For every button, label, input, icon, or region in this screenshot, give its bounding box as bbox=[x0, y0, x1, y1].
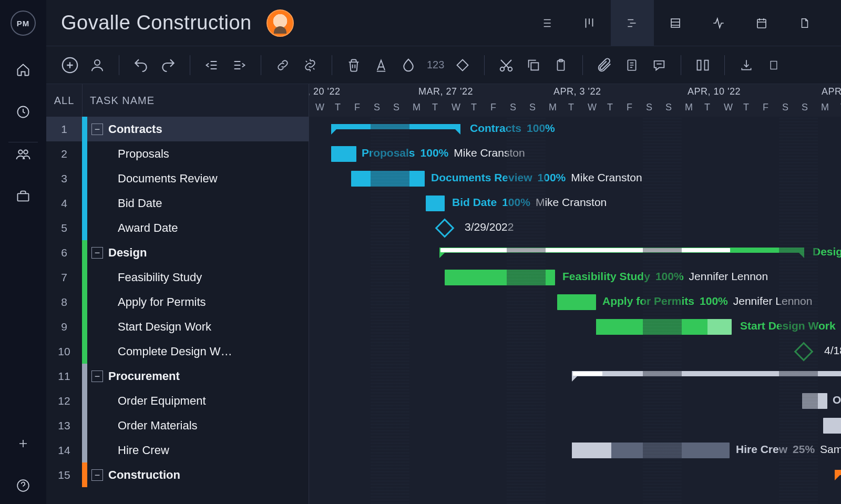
row-number: 12 bbox=[46, 395, 82, 407]
assign-icon[interactable] bbox=[86, 54, 108, 76]
attachment-icon[interactable] bbox=[593, 54, 616, 76]
day-label: T bbox=[335, 102, 341, 113]
color-icon[interactable] bbox=[397, 54, 419, 76]
briefcase-icon[interactable] bbox=[15, 188, 31, 204]
task-row[interactable]: 12Order Equipment bbox=[46, 388, 309, 413]
task-name: Order Equipment bbox=[87, 394, 309, 408]
unlink-icon[interactable] bbox=[299, 54, 321, 76]
gantt-task-bar[interactable] bbox=[331, 146, 356, 162]
view-list-icon[interactable] bbox=[525, 0, 568, 46]
day-label: T bbox=[607, 102, 613, 113]
task-name: Procurement bbox=[103, 369, 309, 383]
task-name: Bid Date bbox=[87, 197, 309, 210]
add-task-icon[interactable] bbox=[59, 54, 81, 76]
outdent-icon[interactable] bbox=[201, 54, 223, 76]
day-label: W bbox=[724, 102, 733, 113]
view-file-icon[interactable] bbox=[783, 0, 826, 46]
svg-rect-3 bbox=[18, 193, 29, 201]
cut-icon[interactable] bbox=[495, 54, 517, 76]
gantt-task-bar[interactable] bbox=[426, 196, 445, 211]
task-row[interactable]: 9Start Design Work bbox=[46, 314, 309, 339]
export-icon[interactable] bbox=[763, 54, 785, 76]
gantt-task-bar[interactable] bbox=[823, 418, 841, 434]
row-number: 4 bbox=[46, 197, 82, 210]
task-row[interactable]: 13Order Materials bbox=[46, 413, 309, 438]
import-icon[interactable] bbox=[735, 54, 757, 76]
task-row[interactable]: 7Feasibility Study bbox=[46, 265, 309, 290]
gantt-milestone[interactable] bbox=[435, 219, 455, 238]
undo-icon[interactable] bbox=[130, 54, 152, 76]
collapse-icon[interactable]: − bbox=[91, 469, 103, 481]
task-list: ALL TASK NAME 1−Contracts2Proposals3Docu… bbox=[46, 84, 309, 504]
gantt-bar-label: Order bbox=[833, 394, 841, 406]
task-row[interactable]: 8Apply for Permits bbox=[46, 290, 309, 314]
copy-icon[interactable] bbox=[522, 54, 545, 76]
task-name: Award Date bbox=[87, 221, 309, 235]
gantt-task-bar[interactable] bbox=[557, 294, 596, 310]
link-icon[interactable] bbox=[272, 54, 294, 76]
row-color-bar bbox=[82, 141, 87, 166]
add-icon[interactable] bbox=[15, 436, 31, 451]
day-label: F bbox=[490, 102, 496, 113]
row-color-bar bbox=[82, 265, 87, 290]
svg-rect-6 bbox=[757, 19, 766, 28]
columns-icon[interactable] bbox=[692, 54, 714, 76]
textstyle-icon[interactable] bbox=[370, 54, 392, 76]
home-icon[interactable] bbox=[15, 62, 31, 78]
day-label: M bbox=[549, 102, 557, 113]
gantt-chart[interactable]: , 20 '22MAR, 27 '22APR, 3 '22APR, 10 '22… bbox=[309, 84, 841, 504]
row-color-bar bbox=[82, 290, 87, 314]
day-label: F bbox=[627, 102, 632, 113]
row-number: 14 bbox=[46, 444, 82, 457]
day-label: T bbox=[432, 102, 438, 113]
svg-rect-16 bbox=[705, 60, 709, 70]
task-row[interactable]: 11−Procurement bbox=[46, 364, 309, 388]
task-row[interactable]: 15−Construction bbox=[46, 462, 309, 487]
column-all[interactable]: ALL bbox=[46, 95, 82, 107]
redo-icon[interactable] bbox=[157, 54, 179, 76]
gantt-summary-bar[interactable] bbox=[439, 248, 804, 253]
view-activity-icon[interactable] bbox=[697, 0, 740, 46]
clock-icon[interactable] bbox=[15, 104, 31, 120]
collapse-icon[interactable]: − bbox=[91, 371, 103, 382]
task-name: Complete Design W… bbox=[87, 345, 309, 358]
task-row[interactable]: 3Documents Review bbox=[46, 166, 309, 191]
day-label: S bbox=[510, 102, 516, 113]
task-row[interactable]: 14Hire Crew bbox=[46, 438, 309, 462]
delete-icon[interactable] bbox=[343, 54, 365, 76]
task-row[interactable]: 2Proposals bbox=[46, 141, 309, 166]
view-calendar-icon[interactable] bbox=[740, 0, 783, 46]
collapse-icon[interactable]: − bbox=[91, 124, 103, 135]
column-taskname[interactable]: TASK NAME bbox=[83, 95, 155, 107]
day-label: S bbox=[529, 102, 536, 113]
month-label: APR, 10 '22 bbox=[688, 86, 741, 97]
task-name: Proposals bbox=[87, 147, 309, 161]
people-icon[interactable] bbox=[15, 146, 31, 162]
row-number: 5 bbox=[46, 222, 82, 234]
month-label: , 20 '22 bbox=[309, 86, 340, 97]
view-gantt-icon[interactable] bbox=[611, 0, 654, 46]
row-number: 8 bbox=[46, 296, 82, 308]
day-label: S bbox=[393, 102, 399, 113]
gantt-summary-bar[interactable] bbox=[835, 470, 841, 475]
task-row[interactable]: 4Bid Date bbox=[46, 191, 309, 215]
collapse-icon[interactable]: − bbox=[91, 247, 103, 259]
logo[interactable]: PM bbox=[11, 11, 36, 36]
task-name: Apply for Permits bbox=[87, 295, 309, 309]
month-label: APR, 3 '22 bbox=[553, 86, 601, 97]
notes-icon[interactable] bbox=[621, 54, 643, 76]
view-sheet-icon[interactable] bbox=[654, 0, 697, 46]
indent-icon[interactable] bbox=[228, 54, 250, 76]
task-row[interactable]: 10Complete Design W… bbox=[46, 339, 309, 364]
row-number: 3 bbox=[46, 172, 82, 185]
avatar[interactable] bbox=[266, 9, 294, 37]
help-icon[interactable] bbox=[15, 478, 31, 493]
paste-icon[interactable] bbox=[550, 54, 572, 76]
milestone-icon[interactable] bbox=[452, 54, 474, 76]
row-color-bar bbox=[82, 364, 87, 388]
view-board-icon[interactable] bbox=[568, 0, 611, 46]
task-row[interactable]: 6−Design bbox=[46, 240, 309, 265]
task-row[interactable]: 1−Contracts bbox=[46, 117, 309, 141]
comment-icon[interactable] bbox=[648, 54, 670, 76]
task-row[interactable]: 5Award Date bbox=[46, 215, 309, 240]
